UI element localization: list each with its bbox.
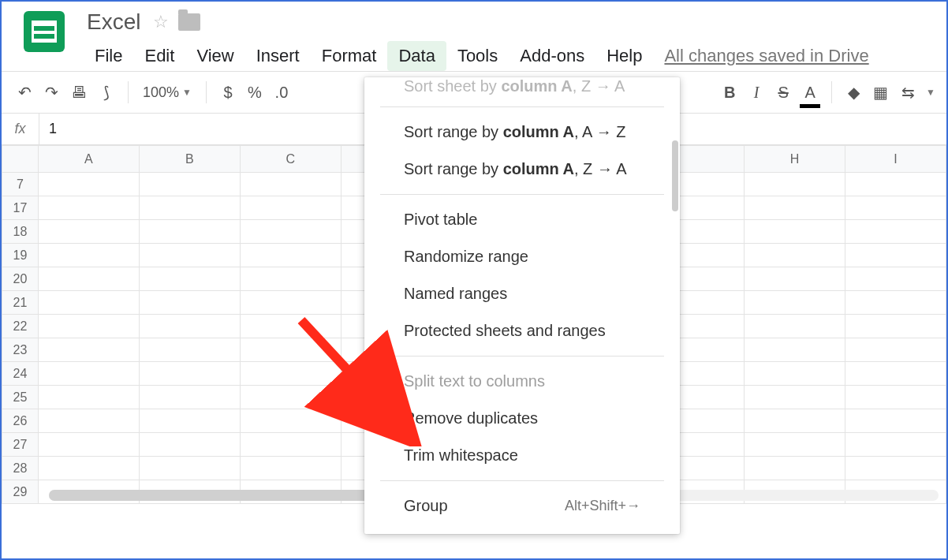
row-header[interactable]: 22 bbox=[2, 315, 39, 338]
italic-button[interactable]: I bbox=[745, 79, 768, 106]
cell[interactable] bbox=[139, 409, 240, 433]
row-header[interactable]: 20 bbox=[2, 267, 39, 291]
zoom-select[interactable]: 100%▼ bbox=[138, 79, 196, 106]
menu-item-group[interactable]: Group Alt+Shift+→ bbox=[364, 487, 680, 525]
col-header[interactable]: A bbox=[39, 146, 140, 173]
cell[interactable] bbox=[39, 267, 140, 291]
menu-format[interactable]: Format bbox=[311, 41, 388, 71]
cell[interactable] bbox=[845, 433, 946, 457]
menu-view[interactable]: View bbox=[185, 41, 244, 71]
row-header[interactable]: 19 bbox=[2, 244, 39, 267]
cell[interactable] bbox=[139, 220, 240, 244]
cell[interactable] bbox=[745, 315, 845, 338]
doc-title[interactable]: Excel bbox=[84, 8, 144, 36]
cell[interactable] bbox=[745, 173, 845, 196]
menu-item-sort-range-az[interactable]: Sort range by column A, A → Z bbox=[364, 114, 680, 151]
row-header[interactable]: 18 bbox=[2, 220, 39, 244]
cell[interactable] bbox=[39, 409, 140, 433]
cell[interactable] bbox=[845, 386, 946, 409]
menu-item-sort-sheet-za[interactable]: Sort sheet by column A, Z → A bbox=[364, 77, 680, 100]
merge-cells-icon[interactable]: ⇆ bbox=[896, 79, 920, 106]
menu-insert[interactable]: Insert bbox=[245, 41, 311, 71]
row-header[interactable]: 23 bbox=[2, 338, 39, 362]
bold-button[interactable]: B bbox=[718, 79, 741, 106]
cell[interactable] bbox=[745, 433, 845, 457]
cell[interactable] bbox=[39, 338, 140, 362]
cell[interactable] bbox=[240, 457, 341, 480]
cell[interactable] bbox=[845, 338, 946, 362]
cell[interactable] bbox=[745, 386, 845, 409]
cell[interactable] bbox=[39, 386, 140, 409]
cell[interactable] bbox=[845, 173, 946, 196]
cell[interactable] bbox=[845, 267, 946, 291]
col-header[interactable]: H bbox=[745, 146, 845, 173]
cell[interactable] bbox=[240, 173, 341, 196]
cell[interactable] bbox=[745, 244, 845, 267]
format-percent-button[interactable]: % bbox=[243, 79, 267, 106]
cell[interactable] bbox=[240, 315, 341, 338]
cell[interactable] bbox=[240, 244, 341, 267]
cell[interactable] bbox=[39, 196, 140, 220]
cell[interactable] bbox=[745, 220, 845, 244]
select-all-corner[interactable] bbox=[2, 146, 39, 173]
cell[interactable] bbox=[240, 433, 341, 457]
folder-icon[interactable] bbox=[178, 13, 200, 31]
col-header[interactable]: I bbox=[845, 146, 946, 173]
cell[interactable] bbox=[139, 315, 240, 338]
cell[interactable] bbox=[745, 267, 845, 291]
cell[interactable] bbox=[745, 338, 845, 362]
row-header[interactable]: 17 bbox=[2, 196, 39, 220]
row-header[interactable]: 7 bbox=[2, 173, 39, 196]
menu-item-pivot-table[interactable]: Pivot table bbox=[364, 201, 680, 238]
cell[interactable] bbox=[139, 291, 240, 315]
menu-data[interactable]: Data bbox=[387, 41, 446, 71]
cell[interactable] bbox=[845, 220, 946, 244]
cell[interactable] bbox=[845, 409, 946, 433]
row-header[interactable]: 29 bbox=[2, 480, 39, 504]
row-header[interactable]: 24 bbox=[2, 362, 39, 386]
cell[interactable] bbox=[39, 291, 140, 315]
cell[interactable] bbox=[139, 196, 240, 220]
menu-addons[interactable]: Add-ons bbox=[509, 41, 595, 71]
cell[interactable] bbox=[240, 362, 341, 386]
menu-item-trim-whitespace[interactable]: Trim whitespace bbox=[364, 437, 680, 474]
cell[interactable] bbox=[845, 244, 946, 267]
col-header[interactable]: B bbox=[139, 146, 240, 173]
row-header[interactable]: 25 bbox=[2, 386, 39, 409]
undo-icon[interactable]: ↶ bbox=[13, 79, 36, 106]
cell[interactable] bbox=[745, 196, 845, 220]
cell[interactable] bbox=[745, 291, 845, 315]
drive-save-status[interactable]: All changes saved in Drive bbox=[653, 41, 879, 71]
cell[interactable] bbox=[240, 386, 341, 409]
menu-file[interactable]: File bbox=[84, 41, 133, 71]
cell[interactable] bbox=[240, 220, 341, 244]
cell[interactable] bbox=[745, 362, 845, 386]
cell[interactable] bbox=[745, 457, 845, 480]
text-color-button[interactable]: A bbox=[798, 79, 822, 106]
cell[interactable] bbox=[845, 315, 946, 338]
row-header[interactable]: 28 bbox=[2, 457, 39, 480]
cell[interactable] bbox=[39, 173, 140, 196]
cell[interactable] bbox=[139, 173, 240, 196]
menu-tools[interactable]: Tools bbox=[446, 41, 509, 71]
strikethrough-button[interactable]: S bbox=[771, 79, 795, 106]
row-header[interactable]: 26 bbox=[2, 409, 39, 433]
cell[interactable] bbox=[745, 409, 845, 433]
cell[interactable] bbox=[240, 291, 341, 315]
menu-item-named-ranges[interactable]: Named ranges bbox=[364, 275, 680, 312]
cell[interactable] bbox=[845, 457, 946, 480]
formula-input[interactable]: 1 bbox=[39, 121, 66, 137]
cell[interactable] bbox=[39, 433, 140, 457]
print-icon[interactable]: 🖶 bbox=[66, 79, 91, 106]
menu-item-sort-range-za[interactable]: Sort range by column A, Z → A bbox=[364, 151, 680, 188]
menu-item-randomize-range[interactable]: Randomize range bbox=[364, 238, 680, 275]
more-toolbar-icon[interactable]: ▼ bbox=[926, 87, 935, 98]
decrease-decimal-button[interactable]: .0 bbox=[270, 79, 293, 106]
cell[interactable] bbox=[39, 220, 140, 244]
cell[interactable] bbox=[139, 386, 240, 409]
cell[interactable] bbox=[240, 196, 341, 220]
cell[interactable] bbox=[39, 362, 140, 386]
cell[interactable] bbox=[39, 244, 140, 267]
cell[interactable] bbox=[139, 244, 240, 267]
cell[interactable] bbox=[139, 267, 240, 291]
